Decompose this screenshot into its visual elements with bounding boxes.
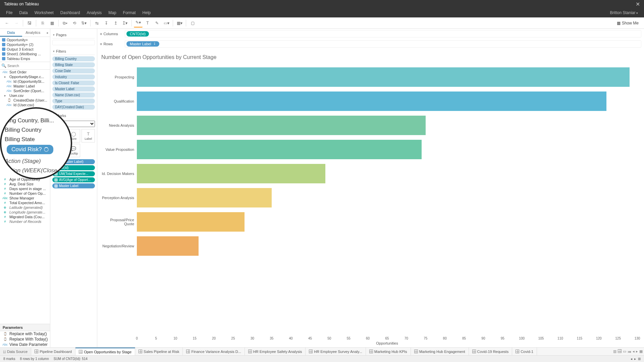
sheet-tab[interactable]: Sales Pipeline at Risk [135, 348, 183, 355]
search-input[interactable] [6, 63, 50, 69]
bar[interactable] [137, 164, 325, 183]
datasource-item[interactable]: Opportunity+ [0, 38, 50, 42]
back-button[interactable]: ← [3, 19, 11, 27]
bar[interactable] [137, 140, 422, 159]
sort-desc-button[interactable]: ↥ [111, 19, 120, 27]
menu-format[interactable]: Format [120, 10, 139, 15]
bar[interactable] [137, 116, 426, 135]
user-menu[interactable]: Britton Staniar [606, 10, 641, 15]
bar[interactable] [137, 92, 606, 111]
field-item[interactable]: AbcSort Order [0, 70, 50, 74]
highlight-button[interactable]: ✎▾ [134, 19, 143, 27]
bar[interactable] [137, 212, 245, 232]
new-story-button[interactable]: ▭ [623, 349, 626, 354]
columns-shelf[interactable]: CNTD(Id) [125, 30, 641, 38]
field-item[interactable]: AbcMaster Label [0, 84, 50, 88]
field-item[interactable]: AbcSortOrder (Oport... [0, 88, 50, 93]
status-nav-left[interactable]: ◂ [631, 357, 632, 361]
filter-pill[interactable]: Billing Country [52, 56, 95, 61]
clear-button[interactable]: ⟲ [70, 19, 79, 27]
parameter-item[interactable]: ⌚Replace with Today() [0, 331, 50, 337]
chevron-down-icon[interactable]: ▾ [53, 50, 55, 53]
sheet-tab[interactable]: Marketing Hub KPIs [366, 348, 411, 355]
menu-analysis[interactable]: Analysis [84, 10, 105, 15]
tab-data[interactable]: Data [0, 29, 22, 37]
tab-scroll-first[interactable]: ⏮ [628, 350, 631, 354]
sort-button[interactable]: ⇅▾ [79, 19, 88, 27]
new-sheet-button[interactable]: ▥ [613, 349, 616, 354]
columns-pill[interactable]: CNTD(Id) [126, 31, 149, 37]
tab-scroll-right[interactable]: ▸ [636, 349, 638, 354]
magnifier-item[interactable]: Action (Stage) [4, 157, 67, 166]
parameter-item[interactable]: ⌚Replace With Today() [0, 337, 50, 342]
fix-axes-button[interactable]: ✎ [153, 19, 161, 27]
showhide-cards-button[interactable]: ▦▾ [175, 19, 184, 27]
new-datasource-button[interactable]: ⎘ [38, 19, 47, 27]
filters-shelf[interactable]: Billing CountryBilling StateCose DateInd… [52, 56, 95, 110]
filter-pill[interactable]: Cose Date [52, 68, 95, 73]
label-button[interactable]: T [143, 19, 152, 27]
field-item[interactable]: ▸User.csv [0, 93, 50, 98]
sheet-tab[interactable]: Open Opportunities by Stage [75, 348, 135, 355]
filter-pill[interactable]: Type [52, 99, 95, 104]
filter-pill[interactable]: DAY(Created Date) [52, 105, 95, 110]
new-dashboard-button[interactable] [618, 349, 622, 354]
sheet-tab[interactable]: HR Employee Survey Analy... [306, 348, 366, 355]
marks-label-button[interactable]: TLabel [82, 129, 95, 142]
menu-dashboard[interactable]: Dashboard [57, 10, 84, 15]
sheet-tab[interactable]: Pipeline Dashboard [31, 348, 75, 355]
sheet-tab[interactable]: Finance Variance Analysis D... [183, 348, 245, 355]
datasource-item[interactable]: Output 3 Extract [0, 47, 50, 52]
magnifier-item[interactable]: illing Country, Billi... [4, 116, 67, 125]
filter-pill[interactable]: Industry [52, 74, 95, 79]
datasource-tab[interactable]: ⌸ Data Source [0, 348, 31, 355]
status-nav-right[interactable]: ▸ [634, 357, 636, 361]
field-item[interactable]: #Number of Records [0, 219, 50, 224]
sort-asc-button[interactable]: ↧ [102, 19, 111, 27]
filter-pill[interactable]: Is Closed: False [52, 80, 95, 85]
menu-data[interactable]: Data [16, 10, 31, 15]
magnifier-item[interactable]: Billing Country [4, 125, 67, 135]
sheet-tab[interactable]: Marketing Hub Engagement [411, 348, 469, 355]
datasource-item[interactable]: Sheet1 (Wellbeing ... [0, 52, 50, 56]
rows-pill[interactable]: Master Label↧ [126, 41, 159, 47]
field-item[interactable]: #Avg. Deal Size [0, 182, 50, 186]
collapse-datapane-icon[interactable]: ◂ [44, 29, 50, 37]
sheet-tab[interactable]: Covid-19 Requests [469, 348, 513, 355]
mark-pill[interactable]: AVG(Age of Opport... [52, 177, 95, 182]
bar[interactable] [137, 236, 199, 256]
tab-filmstrip-button[interactable]: ▦ [639, 349, 643, 354]
field-item[interactable]: #Days spent in stage ... [0, 186, 50, 191]
save-button[interactable]: 🖫 [25, 19, 34, 27]
field-item[interactable]: AbcId (OpportunitySt... [0, 79, 50, 84]
field-item[interactable]: #Total Expected Amo... [0, 200, 50, 205]
autoupdate-button[interactable]: ▦ [48, 19, 56, 27]
sheet-tab[interactable]: Covid-1 [512, 348, 537, 355]
menu-map[interactable]: Map [105, 10, 119, 15]
field-item[interactable]: ⊕Latitude (generated) [0, 205, 50, 210]
menu-worksheet[interactable]: Worksheet [31, 10, 57, 15]
rows-shelf[interactable]: Master Label↧ [125, 40, 641, 48]
status-grid-icon[interactable]: ⊞ [638, 357, 641, 361]
magnifier-item[interactable]: Billing State [4, 135, 67, 144]
magnifier-highlighted-item[interactable]: Covid Risk? [7, 145, 53, 154]
parameter-item[interactable]: AbcView Date Parameter [0, 342, 50, 347]
bar[interactable] [137, 188, 272, 207]
sheet-tab[interactable]: HR Employee Safety Analysis [245, 348, 306, 355]
close-icon[interactable]: ✕ [636, 1, 640, 7]
fit-button[interactable]: ▭▾ [162, 19, 171, 27]
menu-file[interactable]: File [3, 10, 16, 15]
forward-button[interactable]: → [12, 19, 21, 27]
datasource-item[interactable]: Tableau Emps [0, 56, 50, 61]
swap-button[interactable]: ⇆ [93, 19, 101, 27]
datasource-item[interactable]: Opportunity+ (2) [0, 42, 50, 47]
field-item[interactable]: AbcShow Manager [0, 196, 50, 200]
field-item[interactable]: #Migrated Data (Cou... [0, 215, 50, 219]
chevron-down-icon[interactable]: ▾ [53, 33, 55, 37]
mark-pill[interactable]: UM(Total Expecte... [52, 171, 95, 176]
tab-analytics[interactable]: Analytics [22, 29, 44, 37]
filter-pill[interactable]: Billing State [52, 62, 95, 67]
field-item[interactable]: AbcId (User.csv) [0, 103, 50, 107]
filter-pill[interactable]: Master Label [52, 86, 95, 92]
field-item[interactable]: #Number of Open Op... [0, 191, 50, 196]
